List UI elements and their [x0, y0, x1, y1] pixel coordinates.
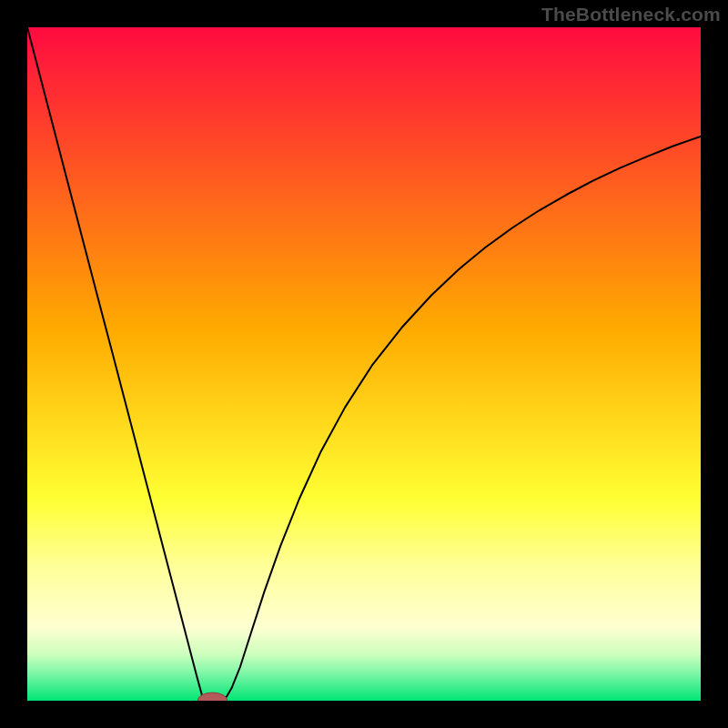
- watermark-text: TheBottleneck.com: [541, 4, 721, 25]
- plot-area: [27, 27, 701, 701]
- chart-frame: TheBottleneck.com: [0, 0, 728, 728]
- gradient-background: [27, 27, 701, 701]
- chart-svg: [27, 27, 701, 701]
